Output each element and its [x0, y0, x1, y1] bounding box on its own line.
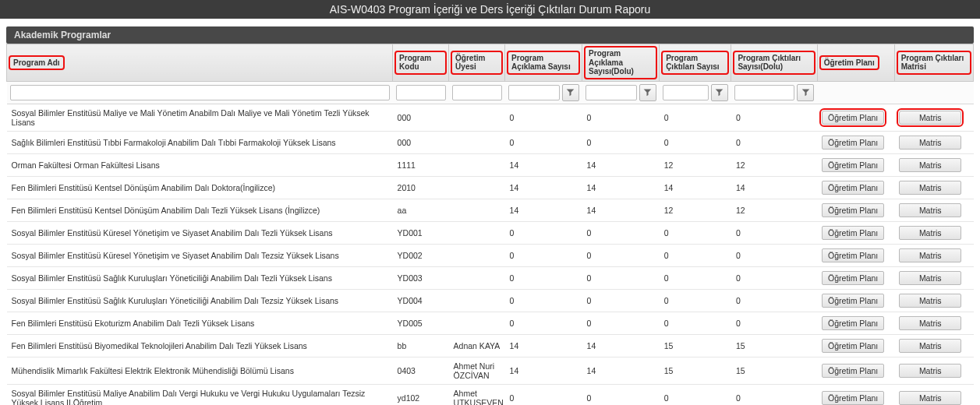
- matrix-button[interactable]: Matris: [899, 136, 961, 150]
- cell-desc-count-full: 0: [582, 266, 660, 289]
- cell-teacher: [449, 153, 505, 176]
- cell-program-name: Sosyal Bilimler Enstitüsü Sağlık Kuruluş…: [7, 266, 393, 289]
- col-header-program-name[interactable]: Program Adı: [7, 44, 393, 82]
- cell-out-count-full: 15: [731, 334, 817, 357]
- filter-row: [7, 81, 974, 104]
- col-header-matrix[interactable]: Program Çıktıları Matrisi: [894, 44, 973, 82]
- filter-funnel-icon[interactable]: [639, 84, 656, 101]
- matrix-button[interactable]: Matris: [899, 271, 961, 285]
- cell-teacher: Ahmet Nuri ÖZCİVAN: [449, 357, 505, 384]
- table-row: Sosyal Bilimler Enstitüsü Küresel Yöneti…: [7, 244, 974, 266]
- filter-program-code[interactable]: [396, 85, 446, 100]
- cell-teacher: [449, 244, 505, 266]
- plan-button[interactable]: Öğretim Planı: [822, 339, 884, 353]
- table-row: Fen Bilimleri Enstitüsü Ekoturizm Anabil…: [7, 312, 974, 334]
- cell-program-code: YD001: [393, 221, 449, 244]
- cell-out-count-full: 0: [731, 312, 817, 334]
- filter-funnel-icon[interactable]: [562, 84, 579, 101]
- filter-out-count-full[interactable]: [734, 85, 794, 100]
- filter-funnel-icon[interactable]: [797, 84, 814, 101]
- table-row: Orman Fakültesi Orman Fakültesi Lisans11…: [7, 153, 974, 176]
- matrix-button[interactable]: Matris: [899, 294, 961, 308]
- plan-button[interactable]: Öğretim Planı: [822, 111, 884, 125]
- cell-program-name: Fen Bilimleri Enstitüsü Biyomedikal Tekn…: [7, 334, 393, 357]
- cell-out-count: 15: [660, 357, 731, 384]
- col-header-teacher[interactable]: Öğretim Üyesi: [449, 44, 505, 82]
- matrix-button[interactable]: Matris: [899, 111, 961, 125]
- col-header-desc-count[interactable]: Program Açıklama Sayısı: [505, 44, 582, 82]
- col-header-plan[interactable]: Öğretim Planı: [817, 44, 894, 82]
- filter-out-count[interactable]: [663, 85, 709, 100]
- cell-out-count: 0: [660, 221, 731, 244]
- cell-desc-count: 0: [505, 244, 582, 266]
- table-row: Sağlık Bilimleri Enstitüsü Tıbbi Farmako…: [7, 131, 974, 153]
- matrix-button[interactable]: Matris: [899, 316, 961, 330]
- col-header-desc-count-full[interactable]: Program Açıklama Sayısı(Dolu): [582, 44, 660, 82]
- cell-desc-count: 14: [505, 176, 582, 199]
- table-row: Fen Bilimleri Enstitüsü Kentsel Dönüşüm …: [7, 176, 974, 199]
- table-row: Fen Bilimleri Enstitüsü Biyomedikal Tekn…: [7, 334, 974, 357]
- plan-button[interactable]: Öğretim Planı: [822, 294, 884, 308]
- plan-button[interactable]: Öğretim Planı: [822, 316, 884, 330]
- plan-button[interactable]: Öğretim Planı: [822, 203, 884, 217]
- matrix-button[interactable]: Matris: [899, 339, 961, 353]
- cell-desc-count-full: 14: [582, 153, 660, 176]
- cell-teacher: [449, 104, 505, 131]
- matrix-button[interactable]: Matris: [899, 181, 961, 195]
- panel-header: Akademik Programlar: [6, 26, 974, 44]
- cell-teacher: Adnan KAYA: [449, 334, 505, 357]
- cell-out-count: 0: [660, 384, 731, 405]
- filter-desc-count-full[interactable]: [586, 85, 637, 100]
- cell-program-name: Sağlık Bilimleri Enstitüsü Tıbbi Farmako…: [7, 131, 393, 153]
- cell-desc-count: 0: [505, 384, 582, 405]
- filter-teacher[interactable]: [452, 85, 502, 100]
- filter-program-name[interactable]: [10, 85, 390, 100]
- plan-button[interactable]: Öğretim Planı: [822, 158, 884, 172]
- table-row: Sosyal Bilimler Enstitüsü Maliye ve Mali…: [7, 104, 974, 131]
- matrix-button[interactable]: Matris: [899, 364, 961, 378]
- cell-teacher: [449, 176, 505, 199]
- cell-program-name: Sosyal Bilimler Enstitüsü Küresel Yöneti…: [7, 244, 393, 266]
- col-header-program-code[interactable]: Program Kodu: [393, 44, 449, 82]
- plan-button[interactable]: Öğretim Planı: [822, 391, 884, 405]
- col-header-out-count[interactable]: Program Çıktıları Sayısı: [660, 44, 731, 82]
- cell-desc-count: 0: [505, 104, 582, 131]
- plan-button[interactable]: Öğretim Planı: [822, 271, 884, 285]
- cell-out-count-full: 0: [731, 266, 817, 289]
- plan-button[interactable]: Öğretim Planı: [822, 226, 884, 240]
- cell-program-code: yd102: [393, 384, 449, 405]
- cell-program-code: aa: [393, 199, 449, 221]
- cell-program-code: 2010: [393, 176, 449, 199]
- cell-out-count: 14: [660, 176, 731, 199]
- cell-desc-count: 14: [505, 153, 582, 176]
- matrix-button[interactable]: Matris: [899, 158, 961, 172]
- cell-program-code: YD003: [393, 266, 449, 289]
- cell-teacher: [449, 199, 505, 221]
- cell-desc-count-full: 14: [582, 176, 660, 199]
- plan-button[interactable]: Öğretim Planı: [822, 364, 884, 378]
- matrix-button[interactable]: Matris: [899, 391, 961, 405]
- table-row: Sosyal Bilimler Enstitüsü Sağlık Kuruluş…: [7, 289, 974, 312]
- cell-out-count: 15: [660, 334, 731, 357]
- cell-out-count-full: 0: [731, 104, 817, 131]
- matrix-button[interactable]: Matris: [899, 226, 961, 240]
- cell-out-count-full: 12: [731, 199, 817, 221]
- matrix-button[interactable]: Matris: [899, 248, 961, 262]
- cell-teacher: [449, 131, 505, 153]
- plan-button[interactable]: Öğretim Planı: [822, 248, 884, 262]
- plan-button[interactable]: Öğretim Planı: [822, 181, 884, 195]
- cell-program-name: Orman Fakültesi Orman Fakültesi Lisans: [7, 153, 393, 176]
- cell-out-count-full: 0: [731, 289, 817, 312]
- page-title: AIS-W0403 Program İçeriği ve Ders İçeriğ…: [0, 0, 980, 19]
- matrix-button[interactable]: Matris: [899, 203, 961, 217]
- cell-desc-count-full: 0: [582, 289, 660, 312]
- cell-program-code: 000: [393, 104, 449, 131]
- col-header-out-count-full[interactable]: Program Çıktıları Sayısı(Dolu): [731, 44, 817, 82]
- filter-desc-count[interactable]: [508, 85, 560, 100]
- cell-program-code: YD002: [393, 244, 449, 266]
- cell-out-count-full: 0: [731, 244, 817, 266]
- cell-program-name: Sosyal Bilimler Enstitüsü Küresel Yöneti…: [7, 221, 393, 244]
- cell-out-count: 0: [660, 289, 731, 312]
- filter-funnel-icon[interactable]: [711, 84, 728, 101]
- plan-button[interactable]: Öğretim Planı: [822, 136, 884, 150]
